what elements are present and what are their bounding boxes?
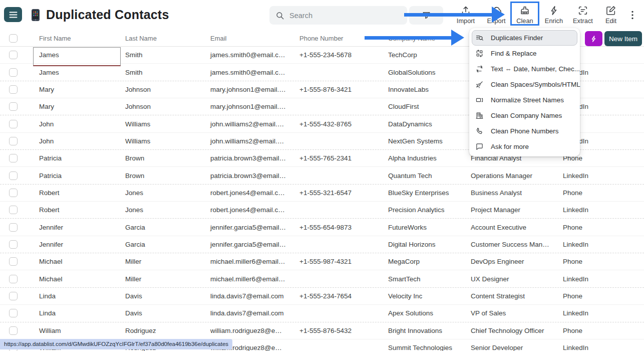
column-header-company-name[interactable]: Company Name <box>377 35 460 42</box>
cell-phone[interactable]: +1-555-654-9873 <box>288 224 377 231</box>
cell-first[interactable]: James <box>28 69 114 76</box>
cell-email[interactable]: mary.johnson1@email.com <box>199 103 288 110</box>
cell-email[interactable]: linda.davis7@email.com <box>199 309 288 317</box>
cell-source[interactable]: LinkedIn <box>552 172 644 180</box>
cell-company[interactable]: Bright Innovations <box>377 327 460 334</box>
cell-email[interactable]: william.rodriguez8@email.com <box>199 327 288 334</box>
cell-first[interactable]: Robert <box>28 189 114 197</box>
cell-first[interactable]: Linda <box>28 292 114 300</box>
cell-source[interactable]: LinkedIn <box>552 275 644 283</box>
hamburger-menu-button[interactable] <box>4 7 22 22</box>
cell-email[interactable]: michael.miller6@email.com <box>199 275 288 283</box>
toolbar-edit-button[interactable]: Edit <box>596 3 625 27</box>
search-input[interactable] <box>289 12 395 20</box>
cell-job[interactable]: Operations Manager <box>460 172 552 180</box>
cell-source[interactable]: LinkedIn <box>552 206 644 214</box>
cell-phone[interactable]: +1-555-321-6547 <box>288 189 377 197</box>
cell-last[interactable]: Davis <box>114 292 199 300</box>
menu-item-find-replace[interactable]: Find & Replace <box>472 46 577 61</box>
cell-phone[interactable]: +1-555-234-5678 <box>288 51 377 59</box>
menu-item-clean-company-names[interactable]: Clean Company Names <box>472 108 577 123</box>
cell-phone[interactable]: +1-555-765-2341 <box>288 154 377 162</box>
menu-item-duplicates-finder[interactable]: Duplicates Finder <box>472 30 577 46</box>
cell-email[interactable]: patricia.brown3@email.com <box>199 172 288 180</box>
cell-source[interactable]: LinkedIn <box>552 241 644 248</box>
cell-email[interactable]: robert.jones4@email.com <box>199 189 288 197</box>
row-checkbox[interactable] <box>9 257 18 266</box>
search-box[interactable] <box>269 6 407 25</box>
column-header-email[interactable]: Email <box>199 35 288 42</box>
row-checkbox[interactable] <box>9 309 18 317</box>
cell-last[interactable]: Williams <box>114 120 199 128</box>
cell-job[interactable]: UX Designer <box>460 275 552 283</box>
cell-company[interactable]: Velocity Inc <box>377 292 460 300</box>
cell-phone[interactable]: +1-555-987-4321 <box>288 258 377 265</box>
menu-item-ask-for-more[interactable]: Ask for more <box>472 139 577 154</box>
cell-source[interactable]: LinkedIn <box>552 344 644 351</box>
cell-company[interactable]: CloudFirst <box>377 103 460 110</box>
toolbar-clean-button[interactable]: Clean <box>510 3 539 27</box>
cell-company[interactable]: TechCorp <box>377 51 460 59</box>
cell-last[interactable]: Garcia <box>114 241 199 248</box>
toolbar-enrich-button[interactable]: Enrich <box>539 3 568 27</box>
cell-first[interactable]: John <box>28 120 114 128</box>
cell-company[interactable]: Summit Technologies <box>377 344 460 351</box>
cell-company[interactable]: Alpha Industries <box>377 154 460 162</box>
row-checkbox[interactable] <box>9 292 18 300</box>
cell-company[interactable]: DataDynamics <box>377 120 460 128</box>
toolbar-export-button[interactable]: Export <box>482 3 511 27</box>
row-checkbox[interactable] <box>9 85 18 94</box>
more-options-button[interactable] <box>627 8 638 23</box>
row-checkbox[interactable] <box>9 206 18 214</box>
cell-first[interactable]: Linda <box>28 309 114 317</box>
row-checkbox[interactable] <box>9 223 18 232</box>
cell-company[interactable]: GlobalSolutions <box>377 69 460 76</box>
cell-email[interactable]: michael.miller6@email.com <box>199 258 288 265</box>
select-all-checkbox[interactable] <box>9 34 18 43</box>
cell-first[interactable]: Patricia <box>28 172 114 180</box>
cell-company[interactable]: MegaCorp <box>377 258 460 265</box>
cell-company[interactable]: FutureWorks <box>377 224 460 231</box>
cell-last[interactable]: Garcia <box>114 224 199 231</box>
row-checkbox[interactable] <box>9 326 18 335</box>
row-checkbox[interactable] <box>9 120 18 128</box>
row-checkbox[interactable] <box>9 102 18 111</box>
cell-first[interactable]: Jennifer <box>28 241 114 248</box>
cell-email[interactable]: john.williams2@email.com <box>199 120 288 128</box>
filter-button[interactable] <box>409 6 443 25</box>
cell-source[interactable]: LinkedIn <box>552 309 644 317</box>
cell-company[interactable]: Apex Solutions <box>377 309 460 317</box>
row-checkbox[interactable] <box>9 189 18 197</box>
row-checkbox[interactable] <box>9 68 18 77</box>
cell-company[interactable]: SmartTech <box>377 275 460 283</box>
toolbar-import-button[interactable]: Import <box>451 3 480 27</box>
cell-email[interactable]: jennifer.garcia5@email.com <box>199 224 288 231</box>
cell-job[interactable]: Chief Technology Officer <box>460 327 552 334</box>
cell-email[interactable]: linda.davis7@email.com <box>199 292 288 300</box>
cell-last[interactable]: Jones <box>114 206 199 214</box>
cell-source[interactable]: Phone <box>552 292 644 300</box>
cell-first[interactable]: James <box>28 51 114 59</box>
cell-company[interactable]: BlueSky Enterprises <box>377 189 460 197</box>
cell-email[interactable]: robert.jones4@email.com <box>199 206 288 214</box>
cell-last[interactable]: Smith <box>114 51 199 59</box>
cell-last[interactable]: Smith <box>114 69 199 76</box>
menu-item-clean-phone-numbers[interactable]: Clean Phone Numbers <box>472 123 577 139</box>
cell-email[interactable]: jennifer.garcia5@email.com <box>199 241 288 248</box>
cell-last[interactable]: Brown <box>114 154 199 162</box>
cell-job[interactable]: Senior Developer <box>460 344 552 351</box>
cell-first[interactable]: Mary <box>28 103 114 110</box>
cell-job[interactable]: Account Executive <box>460 224 552 231</box>
cell-first[interactable]: Michael <box>28 258 114 265</box>
menu-item-text-date-number-chec[interactable]: Text ⇔ Date, Number, Chec... <box>472 61 577 77</box>
column-header-last-name[interactable]: Last Name <box>114 35 199 42</box>
cell-job[interactable]: VP of Sales <box>460 309 552 317</box>
cell-job[interactable]: Project Manager <box>460 206 552 214</box>
cell-last[interactable]: Davis <box>114 309 199 317</box>
cell-job[interactable]: Content Strategist <box>460 292 552 300</box>
row-checkbox[interactable] <box>9 154 18 162</box>
row-checkbox[interactable] <box>9 171 18 180</box>
cell-first[interactable]: Michael <box>28 275 114 283</box>
cell-email[interactable]: mary.johnson1@email.com <box>199 86 288 93</box>
cell-first[interactable]: Mary <box>28 86 114 93</box>
